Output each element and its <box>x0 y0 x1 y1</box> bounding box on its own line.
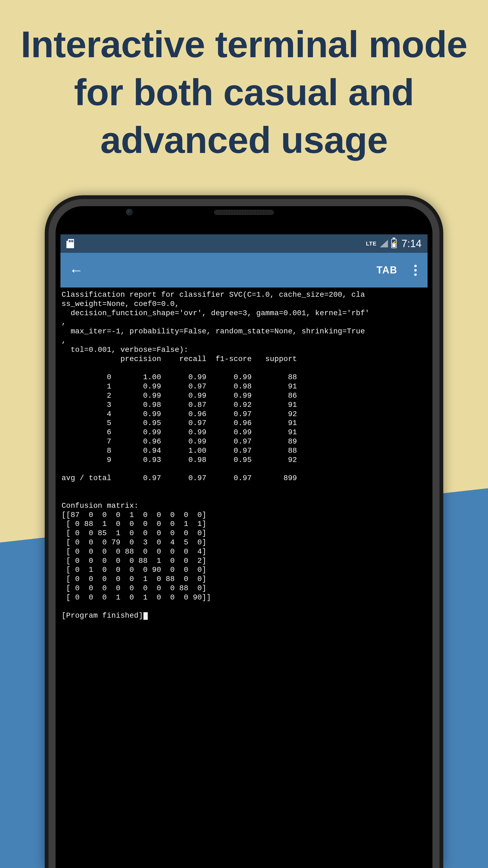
dot-icon <box>414 265 417 267</box>
tab-key-button[interactable]: TAB <box>373 265 401 276</box>
overflow-menu-button[interactable] <box>410 262 419 278</box>
terminal-output[interactable]: Classification report for classifier SVC… <box>61 287 427 868</box>
network-type-label: LTE <box>366 241 377 247</box>
cursor-icon <box>143 612 148 620</box>
device-screen: LTE ⚡ 7:14 ← TAB Classification report f… <box>61 235 427 868</box>
dot-icon <box>414 269 417 272</box>
status-clock: 7:14 <box>401 238 422 250</box>
battery-charging-icon: ⚡ <box>391 239 397 248</box>
device-frame: LTE ⚡ 7:14 ← TAB Classification report f… <box>45 195 443 868</box>
dot-icon <box>414 273 417 276</box>
app-bar: ← TAB <box>61 253 427 287</box>
status-bar: LTE ⚡ 7:14 <box>61 235 427 253</box>
back-button[interactable]: ← <box>69 263 83 277</box>
camera-icon <box>126 209 133 215</box>
signal-icon <box>380 240 388 247</box>
promo-headline: Interactive terminal mode for both casua… <box>0 20 488 164</box>
speaker-grill-icon <box>214 210 274 215</box>
sd-card-icon <box>66 239 74 248</box>
